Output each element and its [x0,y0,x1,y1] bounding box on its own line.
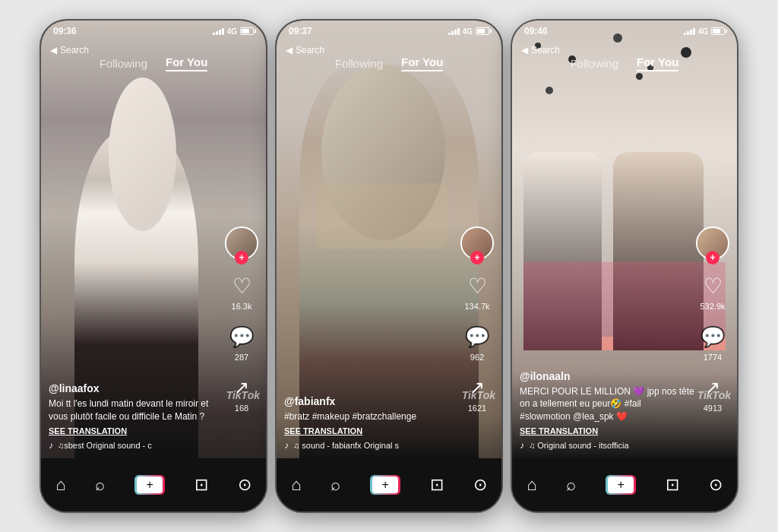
nav-tabs-3: Following For You [512,55,737,71]
bottom-overlay-1: @linaafox Moi tt l'es lundi matin devant… [49,382,224,451]
phone-1: 09:36 4G ◀ Search F [40,19,267,513]
creator-avatar-2[interactable]: + [460,226,494,260]
follow-button-3[interactable]: + [706,251,719,264]
phone-2-screen: 09:37 4G ◀ Search F [277,21,501,511]
inbox-icon-2: ⊡ [430,475,444,495]
bottom-overlay-2: @fabianfx #bratz #makeup #bratzchallenge… [284,395,460,451]
search-icon-3: ⌕ [566,475,576,495]
nav-create-2[interactable]: + [370,475,400,495]
status-icons-1: 4G [213,27,254,36]
search-text-3: ◀ Search [521,45,560,55]
profile-icon-2: ⊙ [473,475,487,495]
like-count-3: 532.9k [700,302,725,311]
network-type-3: 4G [698,27,708,36]
follow-button-2[interactable]: + [470,251,484,264]
inbox-icon-3: ⊡ [666,475,679,495]
nav-profile-3[interactable]: ⊙ [709,475,723,495]
like-count-1: 16.3k [232,302,252,311]
signal-bars-2 [448,27,460,35]
heart-icon-1: ♡ [232,274,251,299]
sound-text-1: ♫sbest Original sound - c [58,441,152,450]
status-time-3: 09:46 [524,26,548,36]
nav-home-1[interactable]: ⌂ [55,475,65,495]
bottom-nav-2: ⌂ ⌕ + ⊡ ⊙ [277,458,501,511]
comment-count-1: 287 [235,353,248,362]
action-buttons-1: + ♡ 16.3k 💬 287 ↗ 168 [225,226,258,413]
caption-3: MERCI POUR LE MILLION 💜 jpp nos tête on … [520,385,695,423]
nav-inbox-3[interactable]: ⊡ [666,475,679,495]
creator-avatar-1[interactable]: + [225,226,258,260]
tab-following-3[interactable]: Following [571,57,618,70]
tab-foryou-2[interactable]: For You [401,55,443,71]
phone-3-screen: 09:46 4G ◀ Search F [512,21,737,511]
inbox-icon-1: ⊡ [194,475,208,495]
see-translation-1[interactable]: SEE TRANSLATION [49,426,224,435]
search-text-2: ◀ Search [286,45,324,55]
tab-foryou-3[interactable]: For You [637,55,678,71]
nav-create-3[interactable]: + [606,475,636,495]
share-button-1[interactable]: ↗ 168 [228,374,255,413]
phone-2: 09:37 4G ◀ Search F [275,19,503,513]
comment-icon-1: 💬 [229,325,254,349]
sound-bar-2: ♪ ♫ sound - fabianfx Original s [284,440,460,451]
comment-count-2: 962 [470,353,484,362]
status-time-1: 09:36 [53,26,77,36]
comment-button-3[interactable]: 💬 1774 [699,323,726,362]
like-count-2: 134.7k [464,302,489,311]
music-note-1: ♪ [49,440,53,451]
tab-following-2[interactable]: Following [335,57,383,70]
tab-foryou-1[interactable]: For You [166,55,207,71]
nav-search-1[interactable]: ⌕ [95,475,105,495]
comment-button-1[interactable]: 💬 287 [228,323,255,362]
action-buttons-3: + ♡ 532.9k 💬 1774 ↗ 4913 [696,226,729,413]
nav-tabs-1: Following For You [41,55,266,71]
see-translation-2[interactable]: SEE TRANSLATION [284,426,460,435]
nav-search-3[interactable]: ⌕ [566,475,576,495]
like-button-1[interactable]: ♡ 16.3k [228,272,255,311]
nav-tabs-2: Following For You [277,55,501,71]
nav-inbox-2[interactable]: ⊡ [430,475,444,495]
status-bar-1: 09:36 4G [41,21,266,42]
search-text-1: ◀ Search [50,45,89,55]
see-translation-3[interactable]: SEE TRANSLATION [520,426,695,435]
nav-search-2[interactable]: ⌕ [330,475,340,495]
status-icons-3: 4G [684,27,725,36]
comment-button-2[interactable]: 💬 962 [463,323,491,362]
share-count-1: 168 [235,404,248,413]
heart-icon-3: ♡ [704,274,723,299]
home-icon-1: ⌂ [55,475,65,495]
bottom-nav-1: ⌂ ⌕ + ⊡ ⊙ [41,458,266,511]
status-bar-3: 09:46 4G [512,21,737,42]
nav-home-2[interactable]: ⌂ [291,475,301,495]
share-count-2: 1621 [468,404,486,413]
nav-create-1[interactable]: + [134,475,165,495]
nav-home-3[interactable]: ⌂ [527,475,536,495]
status-bar-2: 09:37 4G [277,21,501,42]
action-buttons-2: + ♡ 134.7k 💬 962 ↗ 1621 [460,226,494,413]
like-button-3[interactable]: ♡ 532.9k [699,272,726,311]
tab-following-1[interactable]: Following [100,57,147,70]
battery-1 [240,27,254,35]
creator-avatar-3[interactable]: + [696,226,729,260]
share-button-2[interactable]: ↗ 1621 [463,374,491,413]
follow-button-1[interactable]: + [235,251,248,264]
nav-profile-1[interactable]: ⊙ [238,475,251,495]
like-button-2[interactable]: ♡ 134.7k [463,272,491,311]
home-icon-2: ⌂ [291,475,301,495]
share-icon-1: ↗ [234,377,249,398]
caption-2: #bratz #makeup #bratzchallenge [284,410,460,423]
share-icon-3: ↗ [705,377,720,398]
sound-text-3: ♫ Original sound - itsofficia [529,441,629,450]
profile-icon-3: ⊙ [709,475,723,495]
nav-inbox-1[interactable]: ⊡ [194,475,208,495]
music-note-2: ♪ [284,440,289,451]
search-icon-1: ⌕ [95,475,105,495]
phone-3: 09:46 4G ◀ Search F [511,19,738,513]
battery-2 [476,27,489,35]
share-button-3[interactable]: ↗ 4913 [699,374,726,413]
network-type-2: 4G [463,27,473,36]
nav-profile-2[interactable]: ⊙ [473,475,487,495]
comment-icon-2: 💬 [465,325,489,349]
profile-icon-1: ⊙ [238,475,251,495]
comment-icon-3: 💬 [701,325,725,349]
